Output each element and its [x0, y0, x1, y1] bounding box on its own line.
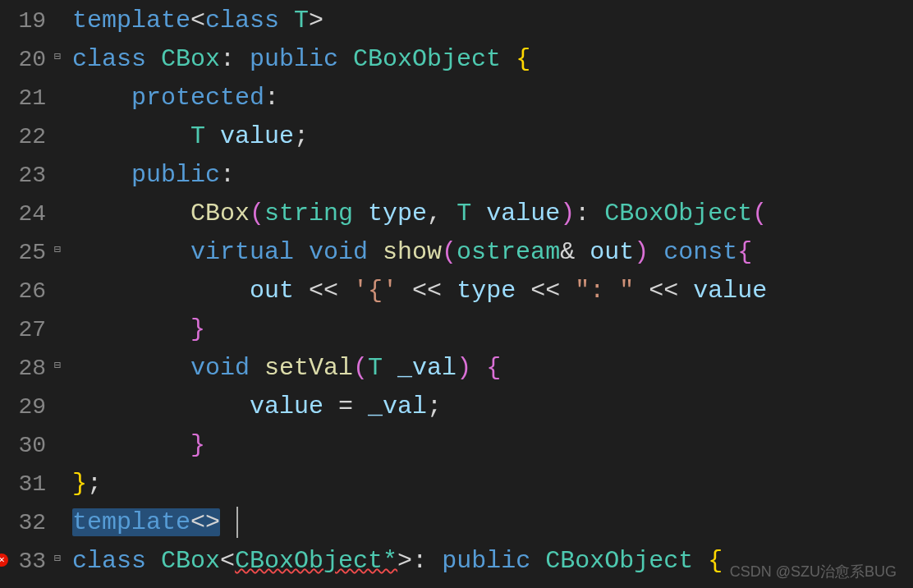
code-line[interactable]: virtual void show(ostream& out) const{: [57, 233, 913, 272]
line-gutter: 19 20⊟ 21 22 23 24 25⊟ 26 27 28⊟ 29 30 3…: [0, 0, 57, 588]
keyword-public: public: [131, 161, 220, 189]
line-number: 28⊟: [0, 349, 57, 388]
code-line[interactable]: template<>: [57, 503, 913, 542]
keyword-protected: protected: [131, 84, 264, 112]
code-line[interactable]: T value;: [57, 117, 913, 156]
code-line[interactable]: value = _val;: [57, 388, 913, 426]
code-editor[interactable]: 19 20⊟ 21 22 23 24 25⊟ 26 27 28⊟ 29 30 3…: [0, 0, 913, 588]
line-number: 22: [0, 117, 57, 156]
line-number: 25⊟: [0, 233, 57, 272]
code-line[interactable]: class CBox: public CBoxObject {: [57, 40, 913, 79]
code-line[interactable]: }: [57, 426, 913, 465]
line-number: 20⊟: [0, 40, 57, 79]
keyword-public: public: [250, 45, 338, 73]
keyword-class: class: [205, 7, 279, 34]
line-number: ✕33⊟: [0, 542, 57, 581]
code-line[interactable]: template<class T>: [57, 2, 913, 40]
code-line[interactable]: void setVal(T _val) {: [57, 349, 913, 388]
keyword-class: class: [72, 547, 146, 575]
keyword-template: template: [72, 508, 190, 536]
keyword-class: class: [72, 45, 146, 73]
line-number: 29: [0, 388, 57, 426]
error-icon[interactable]: ✕: [0, 554, 8, 567]
watermark: CSDN @SZU治愈系BUG: [730, 562, 897, 581]
line-number: 31: [0, 465, 57, 503]
code-line[interactable]: protected:: [57, 79, 913, 117]
code-line[interactable]: out << '{' << type << ": " << value: [57, 272, 913, 310]
line-number: 19: [0, 2, 57, 40]
line-number: 21: [0, 79, 57, 117]
code-line[interactable]: }: [57, 310, 913, 349]
code-content[interactable]: template<class T> class CBox: public CBo…: [57, 0, 913, 588]
line-number: 32: [0, 503, 57, 542]
text-cursor: [236, 507, 238, 538]
keyword-virtual: virtual: [190, 238, 294, 266]
line-number: 23: [0, 156, 57, 195]
code-line[interactable]: };: [57, 465, 913, 503]
line-number: 27: [0, 310, 57, 349]
line-number: 30: [0, 426, 57, 465]
keyword-template: template: [72, 7, 190, 34]
line-number: 26: [0, 272, 57, 310]
code-line[interactable]: public:: [57, 156, 913, 195]
error-squiggle: CBoxObject*: [235, 547, 397, 575]
line-number: 24: [0, 195, 57, 233]
code-line[interactable]: CBox(string type, T value): CBoxObject(: [57, 195, 913, 233]
